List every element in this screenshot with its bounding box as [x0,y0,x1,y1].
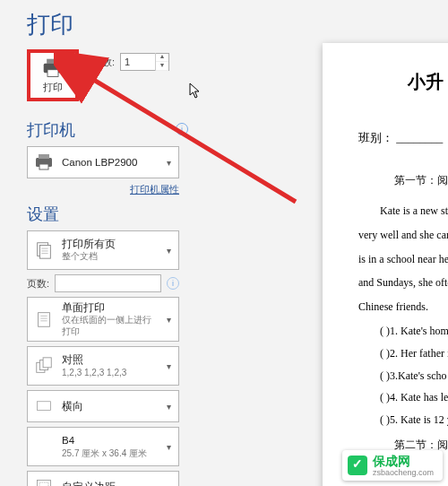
print-button[interactable]: 打印 [27,49,79,101]
pages-row: 页数: i [27,274,179,292]
svg-rect-2 [47,69,58,76]
shield-check-icon [348,456,367,475]
collate-icon [33,355,55,377]
print-scope-dropdown[interactable]: 打印所有页 整个文档 ▾ [27,230,179,270]
chevron-down-icon: ▾ [164,158,173,168]
chevron-down-icon: ▾ [164,246,173,256]
copies-input[interactable]: 1 ▲ ▼ [120,53,169,71]
svg-rect-18 [43,358,51,368]
printer-device-icon [33,152,55,173]
printer-heading: 打印机 i [27,119,296,141]
pages-label: 页数: [27,277,49,291]
svg-point-3 [58,65,60,66]
print-button-label: 打印 [43,81,63,94]
preview-section-1: 第一节：阅读短 [394,173,448,188]
copies-label: 份数: [92,56,115,69]
copies-control: 份数: 1 ▲ ▼ [92,53,169,71]
svg-rect-0 [47,58,59,63]
watermark: 保成网 zsbaocheng.com [342,450,443,481]
paper-size-dropdown[interactable]: B4 25.7 厘米 x 36.4 厘米 ▾ [27,427,179,466]
preview-title: 小升 [408,70,448,94]
chevron-down-icon: ▾ [164,442,173,452]
single-side-icon [33,308,55,330]
svg-rect-8 [39,246,50,259]
chevron-down-icon: ▾ [164,402,173,412]
info-icon[interactable]: i [167,277,179,290]
printer-properties-link[interactable]: 打印机属性 [27,183,179,196]
print-panel: 打印 打印 份数: 1 ▲ ▼ 打印机 i [0,0,296,486]
svg-rect-5 [39,154,49,159]
pages-icon [33,239,55,261]
svg-rect-6 [39,164,48,169]
printer-icon [40,57,65,79]
info-icon[interactable]: i [176,123,188,135]
margins-dropdown[interactable]: 自定义边距 ▾ [27,471,179,486]
spin-up-icon[interactable]: ▲ [156,53,168,62]
chevron-down-icon: ▾ [164,361,173,371]
collate-dropdown[interactable]: 对照 1,2,3 1,2,3 1,2,3 ▾ [27,346,179,386]
svg-rect-12 [39,313,50,327]
copies-value: 1 [121,56,155,67]
orientation-dropdown[interactable]: 横向 ▾ [27,390,179,422]
pages-input[interactable] [55,274,161,292]
printer-name: Canon LBP2900 [62,156,157,169]
svg-rect-19 [38,402,51,411]
margins-icon [33,476,55,486]
landscape-icon [33,395,55,417]
watermark-url: zsbaocheng.com [373,468,434,477]
chevron-down-icon: ▾ [164,315,173,325]
print-row: 打印 份数: 1 ▲ ▼ [27,49,296,101]
paper-size-icon [33,436,55,457]
settings-heading: 设置 [27,204,296,225]
sides-dropdown[interactable]: 单面打印 仅在纸面的一侧上进行打印 ▾ [27,297,179,342]
document-preview: 小升 班别： ________ 第一节：阅读短 Kate is a new st… [323,43,448,486]
copies-spinner[interactable]: ▲ ▼ [155,53,168,71]
spin-down-icon[interactable]: ▼ [156,62,168,71]
preview-class-line: 班别： ________ [358,130,448,146]
chevron-down-icon: ▾ [164,482,173,486]
printer-dropdown[interactable]: Canon LBP2900 ▾ [27,146,179,178]
page-title: 打印 [27,9,296,40]
